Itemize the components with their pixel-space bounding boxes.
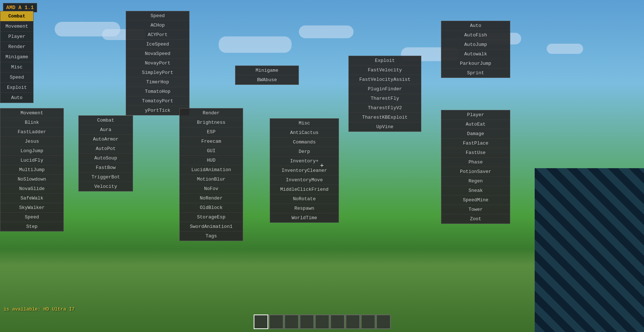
nav-item-exploit[interactable]: Exploit <box>0 83 33 93</box>
nav-item-misc[interactable]: Misc <box>0 62 33 72</box>
panel-item-novayport[interactable]: NovayPort <box>126 59 189 68</box>
panel-item-safewalk[interactable]: SafeWalk <box>0 194 63 203</box>
inv-slot-4[interactable] <box>315 315 329 329</box>
panel-item-movement[interactable]: Movement <box>0 108 63 118</box>
panel-item-tomatohop[interactable]: TomatoHop <box>126 87 189 96</box>
panel-item-speedmine[interactable]: SpeedMine <box>441 195 510 205</box>
panel-item-hud[interactable]: HUD <box>180 156 243 165</box>
panel-item-autoeat[interactable]: AutoEat <box>441 120 510 129</box>
nav-item-render[interactable]: Render <box>0 42 33 52</box>
panel-item-pluginfinder[interactable]: PluginFinder <box>349 84 421 94</box>
panel-item-timerhop[interactable]: TimerHop <box>126 78 189 87</box>
panel-item-fastuse[interactable]: FastUse <box>441 148 510 158</box>
panel-item-blink[interactable]: Blink <box>0 118 63 127</box>
panel-item-fastvelocity[interactable]: FastVelocity <box>349 66 421 75</box>
panel-item-render[interactable]: Render <box>180 108 243 118</box>
panel-item-noslowdown[interactable]: NoSlowdown <box>0 175 63 184</box>
panel-item-middleclickfriend[interactable]: MiddleClickFriend <box>270 185 339 194</box>
panel-item-tomatoyport[interactable]: TomatoyPort <box>126 96 189 106</box>
panel-item-autowalk[interactable]: Autowalk <box>441 50 510 59</box>
panel-item-skywalker[interactable]: SkyWalker <box>0 203 63 213</box>
inv-slot-5[interactable] <box>330 315 345 329</box>
nav-item-minigame[interactable]: Minigame <box>0 52 33 62</box>
nav-item-combat[interactable]: Combat <box>0 11 33 21</box>
panel-item-derp[interactable]: Derp <box>270 147 339 157</box>
panel-item-acyport[interactable]: ACYPort <box>126 30 189 40</box>
panel-item-zoot[interactable]: Zoot <box>441 214 510 224</box>
panel-item-anticactus[interactable]: AntiCactus <box>270 128 339 138</box>
panel-item-exploit[interactable]: Exploit <box>349 56 421 66</box>
panel-item-motionblur[interactable]: MotionBlur <box>180 175 243 184</box>
nav-item-movement[interactable]: Movement <box>0 21 33 32</box>
panel-item-storageesp[interactable]: StorageEsp <box>180 213 243 222</box>
panel-item-potionsaver[interactable]: PotionSaver <box>441 167 510 177</box>
panel-item-novaspeed[interactable]: NovaSpeed <box>126 49 189 59</box>
panel-item-fastbow[interactable]: FastBow <box>79 163 133 173</box>
nav-item-speed[interactable]: Speed <box>0 72 33 83</box>
panel-item-respawn[interactable]: Respawn <box>270 204 339 213</box>
panel-item-speed[interactable]: Speed <box>126 11 189 21</box>
panel-item-misc[interactable]: Misc <box>270 119 339 128</box>
panel-item-norender[interactable]: NoRender <box>180 194 243 203</box>
panel-item-autosoup[interactable]: AutoSoup <box>79 154 133 163</box>
panel-item-autofish[interactable]: AutoFish <box>441 31 510 40</box>
panel-item-tharestfly[interactable]: TharestFly <box>349 94 421 103</box>
panel-item-sneak[interactable]: Sneak <box>441 186 510 195</box>
panel-item-tower[interactable]: Tower <box>441 205 510 214</box>
inv-slot-0[interactable] <box>254 315 268 329</box>
panel-item-bwabuse[interactable]: BWAbuse <box>235 75 298 84</box>
panel-item-swordanimation1[interactable]: SwordAnimation1 <box>180 222 243 232</box>
panel-item-freecam[interactable]: Freecam <box>180 137 243 146</box>
panel-item-novaglide[interactable]: NovaGlide <box>0 184 63 194</box>
panel-item-player[interactable]: Player <box>441 110 510 120</box>
nav-item-auto[interactable]: Auto <box>0 93 33 103</box>
panel-item-fastvelocityassist[interactable]: FastVelocityAssist <box>349 75 421 84</box>
panel-item-jesus[interactable]: Jesus <box>0 137 63 146</box>
panel-item-step[interactable]: Step <box>0 222 63 231</box>
nav-item-player[interactable]: Player <box>0 32 33 42</box>
panel-item-tags[interactable]: Tags <box>180 232 243 241</box>
panel-item-gui[interactable]: GUI <box>180 146 243 156</box>
panel-item-icespeed[interactable]: IceSpeed <box>126 40 189 49</box>
panel-item-achop[interactable]: ACHop <box>126 21 189 30</box>
panel-item-longjump[interactable]: LongJump <box>0 146 63 156</box>
panel-item-fastladder[interactable]: FastLadder <box>0 127 63 137</box>
panel-item-inventorymove[interactable]: InventoryMove <box>270 175 339 185</box>
panel-item-autoarmor[interactable]: AutoArmor <box>79 135 133 144</box>
panel-item-tharestflyv2[interactable]: TharestFlyV2 <box>349 103 421 113</box>
panel-item-multijump[interactable]: MultiJump <box>0 165 63 175</box>
panel-item-autojump[interactable]: AutoJump <box>441 40 510 50</box>
panel-item-aura[interactable]: Aura <box>79 125 133 135</box>
panel-item-tharestkbexploit[interactable]: TharestKBExploit <box>349 113 421 122</box>
panel-item-sprint[interactable]: Sprint <box>441 68 510 78</box>
panel-item-lucidfly[interactable]: LucidFly <box>0 156 63 165</box>
inv-slot-3[interactable] <box>300 315 314 329</box>
panel-item-fastplace[interactable]: FastPlace <box>441 139 510 148</box>
panel-item-norotate[interactable]: NoRotate <box>270 194 339 204</box>
panel-item-regen[interactable]: Regen <box>441 177 510 186</box>
panel-item-inventorycleaner[interactable]: InventoryCleaner <box>270 166 339 175</box>
panel-item-velocity[interactable]: Velocity <box>79 182 133 191</box>
panel-item-nofov[interactable]: NoFov <box>180 184 243 194</box>
panel-item-oldblock[interactable]: OldBlock <box>180 203 243 213</box>
panel-item-commands[interactable]: Commands <box>270 138 339 147</box>
panel-item-worldtime[interactable]: WorldTime <box>270 213 339 222</box>
panel-item-autopot[interactable]: AutoPot <box>79 144 133 154</box>
inv-slot-7[interactable] <box>361 315 375 329</box>
panel-item-triggerbot[interactable]: TriggerBot <box>79 173 133 182</box>
inv-slot-6[interactable] <box>346 315 360 329</box>
panel-item-auto[interactable]: Auto <box>441 21 510 31</box>
panel-item-inventory-[interactable]: Inventory+ <box>270 157 339 166</box>
panel-item-simpleyport[interactable]: SimpleyPort <box>126 68 189 78</box>
panel-item-esp[interactable]: ESP <box>180 127 243 137</box>
panel-item-damage[interactable]: Damage <box>441 129 510 139</box>
panel-item-lucidanimation[interactable]: LucidAnimation <box>180 165 243 175</box>
panel-item-combat[interactable]: Combat <box>79 116 133 125</box>
panel-item-minigame[interactable]: Minigame <box>235 66 298 75</box>
panel-item-parkourjump[interactable]: ParkourJump <box>441 59 510 68</box>
inv-slot-1[interactable] <box>269 315 284 329</box>
panel-item-upvine[interactable]: UpVine <box>349 122 421 131</box>
inv-slot-2[interactable] <box>284 315 299 329</box>
panel-item-phase[interactable]: Phase <box>441 158 510 167</box>
inv-slot-8[interactable] <box>376 315 391 329</box>
